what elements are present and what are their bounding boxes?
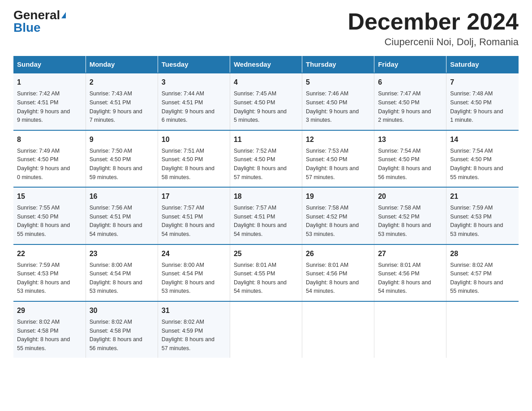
calendar-cell: 13Sunrise: 7:54 AMSunset: 4:50 PMDayligh…	[374, 130, 446, 187]
day-info: Sunrise: 7:57 AMSunset: 4:51 PMDaylight:…	[234, 205, 287, 237]
day-number: 2	[90, 77, 154, 87]
calendar-week-4: 22Sunrise: 7:59 AMSunset: 4:53 PMDayligh…	[13, 244, 519, 301]
col-sunday: Sunday	[13, 56, 86, 73]
header-row: Sunday Monday Tuesday Wednesday Thursday…	[13, 56, 519, 73]
calendar-cell: 22Sunrise: 7:59 AMSunset: 4:53 PMDayligh…	[13, 244, 86, 301]
logo-blue: Blue	[13, 21, 41, 34]
day-info: Sunrise: 7:56 AMSunset: 4:51 PMDaylight:…	[90, 205, 142, 237]
title-block: December 2024 Ciupercenii Noi, Dolj, Rom…	[348, 9, 519, 48]
day-info: Sunrise: 7:52 AMSunset: 4:50 PMDaylight:…	[234, 148, 287, 180]
logo-triangle-icon	[61, 12, 66, 18]
col-wednesday: Wednesday	[230, 56, 302, 73]
day-info: Sunrise: 7:55 AMSunset: 4:50 PMDaylight:…	[17, 205, 70, 237]
calendar-cell: 29Sunrise: 8:02 AMSunset: 4:58 PMDayligh…	[13, 301, 86, 358]
day-info: Sunrise: 7:54 AMSunset: 4:50 PMDaylight:…	[378, 148, 431, 180]
calendar-cell: 20Sunrise: 7:58 AMSunset: 4:52 PMDayligh…	[374, 187, 446, 244]
day-info: Sunrise: 8:01 AMSunset: 4:55 PMDaylight:…	[234, 262, 287, 295]
day-info: Sunrise: 7:51 AMSunset: 4:50 PMDaylight:…	[162, 148, 215, 180]
calendar-week-2: 8Sunrise: 7:49 AMSunset: 4:50 PMDaylight…	[13, 130, 519, 187]
day-info: Sunrise: 8:00 AMSunset: 4:54 PMDaylight:…	[162, 262, 215, 295]
day-info: Sunrise: 7:47 AMSunset: 4:50 PMDaylight:…	[378, 90, 431, 123]
calendar-cell: 19Sunrise: 7:58 AMSunset: 4:52 PMDayligh…	[302, 187, 374, 244]
logo-general: General	[13, 9, 60, 21]
day-number: 20	[378, 191, 442, 201]
day-number: 19	[306, 191, 370, 201]
day-number: 29	[17, 305, 82, 316]
col-saturday: Saturday	[446, 56, 519, 73]
day-number: 18	[234, 191, 298, 201]
calendar-cell: 2Sunrise: 7:43 AMSunset: 4:51 PMDaylight…	[86, 73, 158, 130]
calendar-cell: 10Sunrise: 7:51 AMSunset: 4:50 PMDayligh…	[158, 130, 230, 187]
day-info: Sunrise: 7:53 AMSunset: 4:50 PMDaylight:…	[306, 148, 359, 180]
calendar-cell: 9Sunrise: 7:50 AMSunset: 4:50 PMDaylight…	[86, 130, 158, 187]
calendar-cell	[230, 301, 302, 358]
day-info: Sunrise: 7:48 AMSunset: 4:50 PMDaylight:…	[450, 90, 503, 123]
calendar-table: Sunday Monday Tuesday Wednesday Thursday…	[13, 56, 519, 358]
page-title: December 2024	[348, 9, 519, 34]
day-info: Sunrise: 7:43 AMSunset: 4:51 PMDaylight:…	[90, 90, 142, 123]
day-info: Sunrise: 7:54 AMSunset: 4:50 PMDaylight:…	[450, 148, 503, 180]
day-info: Sunrise: 8:00 AMSunset: 4:54 PMDaylight:…	[90, 262, 142, 295]
day-number: 26	[306, 248, 370, 259]
calendar-cell: 25Sunrise: 8:01 AMSunset: 4:55 PMDayligh…	[230, 244, 302, 301]
calendar-cell: 27Sunrise: 8:01 AMSunset: 4:56 PMDayligh…	[374, 244, 446, 301]
day-number: 1	[17, 77, 82, 87]
calendar-cell	[302, 301, 374, 358]
day-number: 23	[90, 248, 154, 259]
day-number: 8	[17, 134, 82, 145]
day-number: 15	[17, 191, 82, 201]
day-number: 6	[378, 77, 442, 87]
calendar-cell: 17Sunrise: 7:57 AMSunset: 4:51 PMDayligh…	[158, 187, 230, 244]
day-number: 31	[162, 305, 226, 316]
calendar-body: 1Sunrise: 7:42 AMSunset: 4:51 PMDaylight…	[13, 73, 519, 358]
day-info: Sunrise: 7:46 AMSunset: 4:50 PMDaylight:…	[306, 90, 359, 123]
day-number: 17	[162, 191, 226, 201]
logo: General Blue	[13, 9, 66, 34]
day-number: 22	[17, 248, 82, 259]
day-number: 4	[234, 77, 298, 87]
calendar-cell: 30Sunrise: 8:02 AMSunset: 4:58 PMDayligh…	[86, 301, 158, 358]
col-tuesday: Tuesday	[158, 56, 230, 73]
day-number: 27	[378, 248, 442, 259]
calendar-cell: 11Sunrise: 7:52 AMSunset: 4:50 PMDayligh…	[230, 130, 302, 187]
calendar-cell: 18Sunrise: 7:57 AMSunset: 4:51 PMDayligh…	[230, 187, 302, 244]
day-number: 7	[450, 77, 515, 87]
day-number: 12	[306, 134, 370, 145]
calendar-cell: 16Sunrise: 7:56 AMSunset: 4:51 PMDayligh…	[86, 187, 158, 244]
col-thursday: Thursday	[302, 56, 374, 73]
day-info: Sunrise: 7:49 AMSunset: 4:50 PMDaylight:…	[17, 148, 70, 180]
day-number: 25	[234, 248, 298, 259]
day-info: Sunrise: 7:58 AMSunset: 4:52 PMDaylight:…	[378, 205, 431, 237]
day-number: 11	[234, 134, 298, 145]
calendar-week-3: 15Sunrise: 7:55 AMSunset: 4:50 PMDayligh…	[13, 187, 519, 244]
calendar-cell: 24Sunrise: 8:00 AMSunset: 4:54 PMDayligh…	[158, 244, 230, 301]
day-info: Sunrise: 8:02 AMSunset: 4:59 PMDaylight:…	[162, 319, 215, 351]
day-number: 14	[450, 134, 515, 145]
day-info: Sunrise: 8:01 AMSunset: 4:56 PMDaylight:…	[378, 262, 431, 295]
calendar-cell	[446, 301, 519, 358]
calendar-cell: 28Sunrise: 8:02 AMSunset: 4:57 PMDayligh…	[446, 244, 519, 301]
calendar-cell: 21Sunrise: 7:59 AMSunset: 4:53 PMDayligh…	[446, 187, 519, 244]
day-info: Sunrise: 8:02 AMSunset: 4:57 PMDaylight:…	[450, 262, 503, 295]
day-info: Sunrise: 8:02 AMSunset: 4:58 PMDaylight:…	[90, 319, 142, 351]
page-subtitle: Ciupercenii Noi, Dolj, Romania	[348, 36, 519, 48]
day-info: Sunrise: 7:42 AMSunset: 4:51 PMDaylight:…	[17, 90, 70, 123]
day-number: 13	[378, 134, 442, 145]
day-number: 9	[90, 134, 154, 145]
day-info: Sunrise: 8:02 AMSunset: 4:58 PMDaylight:…	[17, 319, 70, 351]
day-info: Sunrise: 7:59 AMSunset: 4:53 PMDaylight:…	[17, 262, 70, 295]
calendar-cell: 23Sunrise: 8:00 AMSunset: 4:54 PMDayligh…	[86, 244, 158, 301]
day-info: Sunrise: 8:01 AMSunset: 4:56 PMDaylight:…	[306, 262, 359, 295]
day-number: 28	[450, 248, 515, 259]
day-info: Sunrise: 7:57 AMSunset: 4:51 PMDaylight:…	[162, 205, 215, 237]
calendar-cell: 7Sunrise: 7:48 AMSunset: 4:50 PMDaylight…	[446, 73, 519, 130]
day-info: Sunrise: 7:45 AMSunset: 4:50 PMDaylight:…	[234, 90, 287, 123]
calendar-cell: 8Sunrise: 7:49 AMSunset: 4:50 PMDaylight…	[13, 130, 86, 187]
day-number: 3	[162, 77, 226, 87]
day-number: 16	[90, 191, 154, 201]
col-friday: Friday	[374, 56, 446, 73]
day-number: 21	[450, 191, 515, 201]
calendar-cell: 5Sunrise: 7:46 AMSunset: 4:50 PMDaylight…	[302, 73, 374, 130]
calendar-cell: 15Sunrise: 7:55 AMSunset: 4:50 PMDayligh…	[13, 187, 86, 244]
day-number: 10	[162, 134, 226, 145]
